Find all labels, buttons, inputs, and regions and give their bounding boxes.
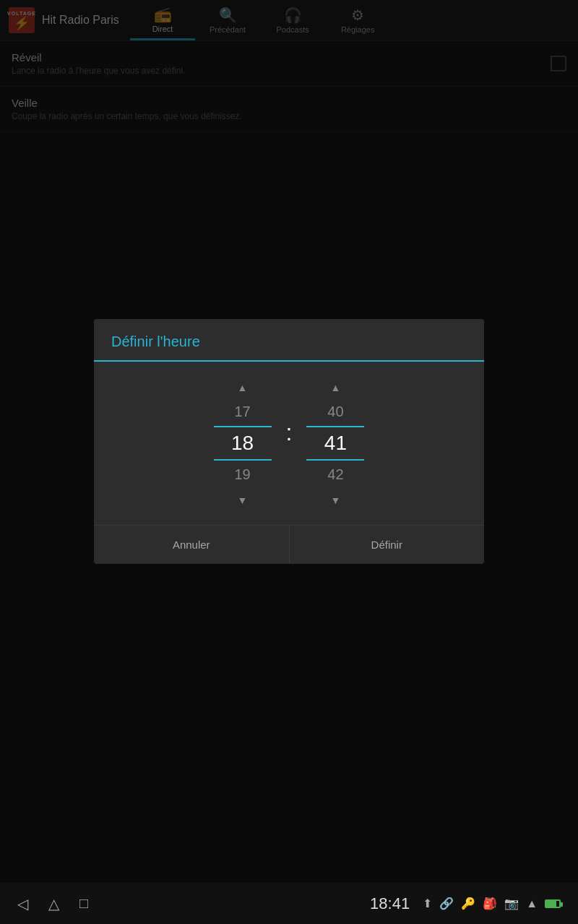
minute-next: 42 bbox=[327, 461, 343, 489]
status-icons: 18:41 ⬆ 🔗 🔑 🎒 📷 ▲ bbox=[370, 894, 561, 913]
minute-column: 40 41 42 bbox=[299, 376, 371, 510]
camera-icon: 📷 bbox=[504, 897, 519, 910]
dialog-body: 17 18 19 : 40 41 42 bbox=[94, 362, 484, 510]
time-picker-dialog: Définir l'heure 17 18 19 : 40 41 42 bbox=[94, 319, 484, 564]
dialog-actions: Annuler Définir bbox=[94, 525, 484, 564]
hour-increment-button[interactable] bbox=[233, 376, 252, 398]
hour-current: 18 bbox=[214, 426, 272, 461]
minute-prev: 40 bbox=[327, 398, 343, 426]
confirm-button[interactable]: Définir bbox=[290, 526, 485, 564]
android-nav-buttons: ◁ △ □ bbox=[17, 895, 88, 912]
time-separator: : bbox=[279, 419, 300, 446]
hour-next: 19 bbox=[234, 461, 250, 489]
minute-current: 41 bbox=[306, 426, 364, 461]
minute-increment-button[interactable] bbox=[327, 376, 345, 398]
usb-icon: ⬆ bbox=[423, 897, 432, 910]
back-button[interactable]: ◁ bbox=[17, 895, 28, 912]
time-picker: 17 18 19 : 40 41 42 bbox=[163, 376, 415, 510]
hour-prev: 17 bbox=[234, 398, 250, 426]
status-time: 18:41 bbox=[370, 894, 410, 913]
recents-button[interactable]: □ bbox=[79, 895, 88, 912]
minute-decrement-button[interactable] bbox=[327, 489, 345, 510]
bag-icon: 🎒 bbox=[483, 897, 497, 910]
hour-column: 17 18 19 bbox=[207, 376, 279, 510]
sync-icon: 🔗 bbox=[439, 897, 454, 910]
dialog-overlay: Définir l'heure 17 18 19 : 40 41 42 bbox=[0, 0, 578, 883]
wifi-icon: ▲ bbox=[526, 897, 538, 910]
cancel-button[interactable]: Annuler bbox=[94, 526, 290, 564]
key-icon: 🔑 bbox=[461, 897, 475, 910]
home-button[interactable]: △ bbox=[48, 895, 59, 912]
battery-icon bbox=[545, 899, 561, 908]
dialog-title: Définir l'heure bbox=[94, 319, 484, 362]
hour-decrement-button[interactable] bbox=[233, 489, 252, 510]
status-bar: ◁ △ □ 18:41 ⬆ 🔗 🔑 🎒 📷 ▲ bbox=[0, 883, 578, 924]
